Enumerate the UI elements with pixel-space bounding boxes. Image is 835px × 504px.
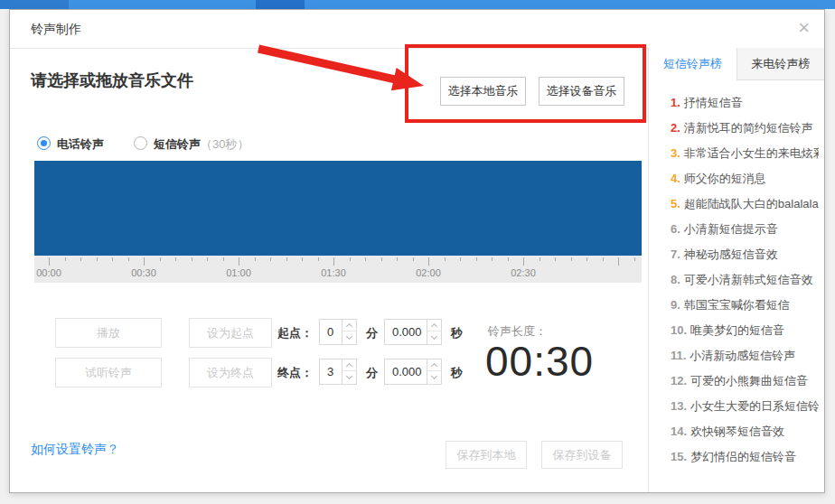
timeline-tick bbox=[381, 257, 382, 261]
ringtone-title: 小清新动感短信铃声 bbox=[690, 349, 795, 362]
end-second-spinner[interactable]: 0.000 bbox=[384, 359, 442, 385]
select-device-music-button[interactable]: 选择设备音乐 bbox=[539, 77, 624, 106]
ringtone-rank: 6. bbox=[671, 222, 680, 236]
timeline-tick bbox=[160, 257, 161, 261]
spinner-up-icon[interactable] bbox=[427, 320, 442, 331]
phone-ringtone-radio[interactable] bbox=[37, 136, 51, 150]
timeline-tick bbox=[555, 257, 556, 261]
timeline-tick bbox=[413, 257, 414, 261]
timeline-tick bbox=[523, 257, 524, 266]
ringtone-rank: 12. bbox=[671, 374, 687, 387]
timeline-ruler: 00:0000:3001:0001:3002:0002:30 bbox=[34, 256, 642, 283]
ringtone-list-item[interactable]: 1.抒情短信音 bbox=[671, 94, 819, 112]
timeline-tick bbox=[508, 257, 509, 261]
ringtone-list-item[interactable]: 2.清新悦耳的简约短信铃声 bbox=[671, 119, 819, 137]
start-second-spinner[interactable]: 0.000 bbox=[384, 319, 442, 345]
timeline-tick bbox=[318, 257, 319, 261]
tab-sms-ringtone-chart[interactable]: 短信铃声榜 bbox=[649, 48, 736, 80]
timeline-tick bbox=[65, 257, 66, 261]
tab-call-ringtone-chart[interactable]: 来电铃声榜 bbox=[736, 48, 824, 80]
timeline-tick bbox=[128, 257, 129, 261]
preview-ringtone-button[interactable]: 试听铃声 bbox=[55, 358, 162, 387]
spinner-up-icon[interactable] bbox=[427, 359, 442, 371]
ringtone-list-item[interactable]: 10.唯美梦幻的短信音 bbox=[671, 322, 819, 340]
timeline-tick bbox=[223, 257, 224, 261]
start-point-label: 起点： bbox=[277, 325, 313, 341]
timeline-tick bbox=[270, 257, 271, 261]
ringtone-list-item[interactable]: 5.超能陆战队大白的balalala bbox=[671, 195, 819, 213]
sms-duration-hint: （30秒） bbox=[201, 137, 249, 151]
ringtone-title: 梦幻情侣的短信铃音 bbox=[690, 450, 796, 463]
timeline-tick bbox=[618, 257, 619, 266]
spinner-down-icon[interactable] bbox=[427, 332, 442, 344]
timeline-tick bbox=[175, 257, 176, 261]
close-icon[interactable]: × bbox=[798, 17, 810, 39]
spinner-up-icon[interactable] bbox=[342, 320, 357, 331]
ringtone-title: 可爱小清新韩式短信音效 bbox=[684, 273, 813, 286]
topbar-segment bbox=[0, 0, 69, 9]
spinner-arrows bbox=[342, 320, 356, 344]
ringtone-list-item[interactable]: 12.可爱的小熊舞曲短信音 bbox=[671, 372, 819, 390]
topbar-segment bbox=[256, 0, 305, 9]
timeline-tick bbox=[428, 257, 429, 266]
ringtone-length-value: 00:30 bbox=[485, 337, 594, 386]
spinner-down-icon[interactable] bbox=[342, 372, 357, 384]
page-title: 请选择或拖放音乐文件 bbox=[31, 70, 193, 91]
waveform-area[interactable] bbox=[34, 161, 642, 256]
start-minute-value: 0 bbox=[327, 325, 333, 339]
ringtone-chart-sidebar: 短信铃声榜 来电铃声榜 1.抒情短信音2.清新悦耳的简约短信铃声3.非常适合小女… bbox=[648, 48, 824, 492]
background-window-topbar bbox=[0, 0, 835, 9]
ringtone-title: 师父你的短消息 bbox=[684, 172, 766, 185]
timeline-tick bbox=[603, 257, 604, 261]
minute-unit-label: 分 bbox=[366, 365, 378, 381]
end-minute-spinner[interactable]: 3 bbox=[319, 359, 357, 385]
ringtone-title: 抒情短信音 bbox=[684, 96, 743, 109]
ringtone-rank: 1. bbox=[671, 96, 680, 109]
ringtone-rank: 4. bbox=[671, 172, 680, 185]
ringtone-list-item[interactable]: 13.小女生大爱的日系短信铃声 bbox=[671, 397, 819, 415]
ringtone-list-item[interactable]: 3.非常适合小女生的来电炫彩... bbox=[671, 145, 819, 163]
save-to-device-button[interactable]: 保存到设备 bbox=[541, 441, 623, 469]
save-to-local-button[interactable]: 保存到本地 bbox=[446, 441, 527, 469]
set-start-button[interactable]: 设为起点 bbox=[189, 318, 272, 348]
timeline-tick bbox=[571, 257, 572, 261]
timeline-tick bbox=[192, 257, 192, 261]
end-point-label: 终点： bbox=[277, 365, 313, 381]
ringtone-list-item[interactable]: 7.神秘动感短信音效 bbox=[671, 246, 819, 264]
ringtone-list-item[interactable]: 4.师父你的短消息 bbox=[671, 170, 819, 188]
select-local-music-button[interactable]: 选择本地音乐 bbox=[440, 77, 526, 106]
how-to-set-ringtone-link[interactable]: 如何设置铃声？ bbox=[31, 442, 119, 458]
timeline-label: 00:00 bbox=[36, 267, 61, 278]
ringtone-title: 清新悦耳的简约短信铃声 bbox=[684, 121, 813, 135]
end-minute-value: 3 bbox=[327, 365, 333, 378]
phone-ringtone-label: 电话铃声 bbox=[57, 136, 104, 153]
timeline-tick bbox=[286, 257, 287, 261]
ringtone-list-item[interactable]: 6.小清新短信提示音 bbox=[671, 220, 819, 238]
ringtone-list-item[interactable]: 8.可爱小清新韩式短信音效 bbox=[671, 271, 819, 289]
sms-ringtone-radio[interactable] bbox=[134, 136, 147, 150]
ringtone-title: 欢快钢琴短信音效 bbox=[690, 425, 784, 438]
set-end-button[interactable]: 设为终点 bbox=[189, 358, 272, 387]
ringtone-list-item[interactable]: 9.韩国宝宝喊你看短信 bbox=[671, 296, 819, 314]
minute-unit-label: 分 bbox=[366, 325, 378, 341]
start-minute-spinner[interactable]: 0 bbox=[319, 319, 357, 345]
timeline-label: 01:00 bbox=[226, 267, 251, 278]
timeline-tick bbox=[255, 257, 256, 261]
ringtone-list-item[interactable]: 14.欢快钢琴短信音效 bbox=[671, 423, 819, 441]
timeline-tick bbox=[112, 257, 113, 261]
sms-ringtone-label: 短信铃声（30秒） bbox=[154, 136, 249, 153]
sidebar-tabs: 短信铃声榜 来电铃声榜 bbox=[649, 48, 824, 80]
spinner-up-icon[interactable] bbox=[342, 359, 357, 371]
ringtone-list-item[interactable]: 11.小清新动感短信铃声 bbox=[671, 347, 819, 365]
ringtone-rank: 14. bbox=[671, 425, 687, 438]
ringtone-rank: 11. bbox=[671, 349, 686, 362]
timeline-tick bbox=[586, 257, 587, 261]
start-second-value: 0.000 bbox=[392, 325, 422, 339]
ringtone-list-item[interactable]: 15.梦幻情侣的短信铃音 bbox=[671, 448, 819, 466]
spinner-arrows bbox=[427, 359, 441, 384]
timeline-tick bbox=[445, 257, 446, 261]
spinner-down-icon[interactable] bbox=[427, 372, 442, 384]
spinner-down-icon[interactable] bbox=[342, 332, 357, 344]
play-button[interactable]: 播放 bbox=[55, 318, 162, 348]
timeline-label: 01:30 bbox=[321, 267, 346, 278]
